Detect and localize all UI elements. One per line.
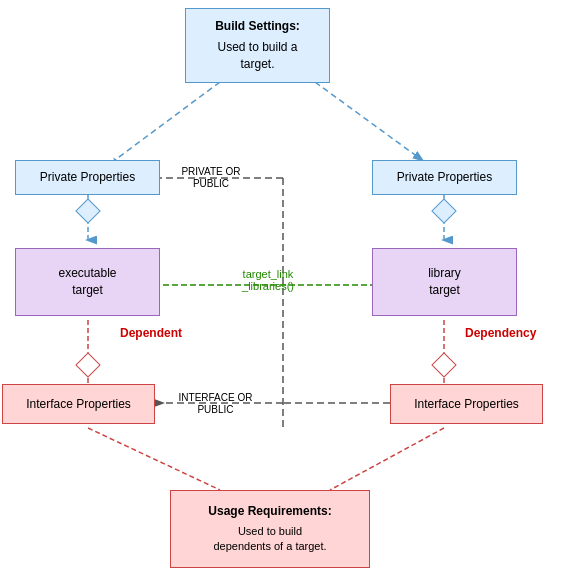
build-settings-desc: Used to build a target. (217, 39, 297, 73)
diamond-right-top (431, 198, 456, 223)
diamond-left-top (75, 198, 100, 223)
interface-props-left-box: Interface Properties (2, 384, 155, 424)
diagram-container: Build Settings: Used to build a target. … (0, 0, 566, 578)
private-props-right-label: Private Properties (397, 169, 492, 186)
svg-line-13 (88, 428, 220, 490)
private-or-public-label: PRIVATE OR PUBLIC (161, 165, 261, 189)
usage-requirements-label: Usage Requirements: (208, 503, 331, 520)
library-target-label: librarytarget (428, 265, 461, 299)
interface-props-right-label: Interface Properties (414, 396, 519, 413)
library-target-box: librarytarget (372, 248, 517, 316)
diamond-right-bottom (431, 352, 456, 377)
dependency-label: Dependency (465, 326, 536, 340)
private-props-right-box: Private Properties (372, 160, 517, 195)
svg-line-1 (315, 82, 422, 160)
dependent-label: Dependent (120, 326, 182, 340)
usage-requirements-desc: Used to build dependents of a target. (213, 524, 326, 555)
private-props-left-box: Private Properties (15, 160, 160, 195)
diamond-left-bottom (75, 352, 100, 377)
executable-target-box: executabletarget (15, 248, 160, 316)
interface-or-public-label: INTERFACE OR PUBLIC (163, 391, 268, 415)
interface-props-left-label: Interface Properties (26, 396, 131, 413)
private-props-left-label: Private Properties (40, 169, 135, 186)
build-settings-label: Build Settings: (215, 18, 300, 35)
interface-props-right-box: Interface Properties (390, 384, 543, 424)
target-link-libraries-label: target_link _libraries() (218, 268, 318, 292)
svg-line-14 (330, 428, 444, 490)
executable-target-label: executabletarget (58, 265, 116, 299)
svg-line-0 (115, 82, 220, 160)
usage-requirements-box: Usage Requirements: Used to build depend… (170, 490, 370, 568)
build-settings-box: Build Settings: Used to build a target. (185, 8, 330, 83)
